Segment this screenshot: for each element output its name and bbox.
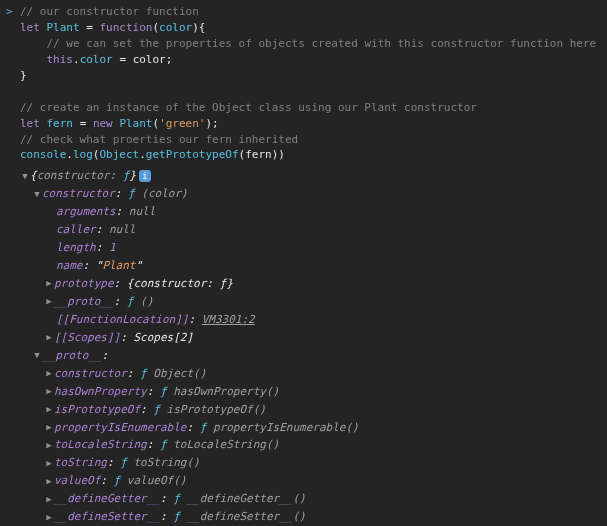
op-eq: = [119,53,126,66]
arg-fern: fern [245,148,272,161]
key-proto: __proto__ [54,295,114,308]
tree-funclocation[interactable]: [[FunctionLocation]]: VM3301:2 [20,311,607,329]
colon: : [160,492,167,505]
code-block: >// our constructor function let Plant =… [0,0,607,167]
tree-proto-item[interactable]: ▶toLocaleString: ƒ toLocaleString() [20,436,607,454]
val-null: null [109,223,136,236]
val-1: 1 [109,241,116,254]
colon: : [120,331,127,344]
chevron-right-icon[interactable]: ▶ [44,511,54,524]
tree-proto-item[interactable]: ▶hasOwnProperty: ƒ hasOwnProperty() [20,383,607,401]
proto-key: hasOwnProperty [54,385,147,398]
colon: : [186,421,193,434]
key-scopes: [[Scopes]] [54,331,120,344]
key-caller: caller [56,223,96,236]
brace-open: { [30,169,37,182]
summary-key: constructor [37,169,110,182]
var-fern: fern [47,117,74,130]
obj-object: Object [99,148,139,161]
val-plant: Plant [102,259,135,272]
tree-caller: caller: null [20,221,607,239]
f-icon: ƒ [153,403,160,416]
f-icon: ƒ [114,474,121,487]
tree-proto-item[interactable]: ▶constructor: ƒ Object() [20,365,607,383]
tree-proto-item[interactable]: ▶isPrototypeOf: ƒ isPrototypeOf() [20,401,607,419]
colon: : [116,205,123,218]
tree-proto-item[interactable]: ▶valueOf: ƒ valueOf() [20,472,607,490]
comment: // our constructor function [20,5,199,18]
key-proto: __proto__ [42,349,102,362]
console-prompt: > [6,4,13,20]
proto-sig: __defineSetter__() [186,510,305,523]
chevron-right-icon[interactable]: ▶ [44,331,54,344]
f-icon: ƒ [173,492,180,505]
proto-key: valueOf [54,474,100,487]
proto-key: __defineGetter__ [54,492,160,505]
op-eq: = [80,117,87,130]
val-scopes: Scopes[2] [133,331,193,344]
link-vm[interactable]: VM3301:2 [202,313,255,326]
val-prototype: {constructor: ƒ} [127,277,233,290]
ctor-plant: Plant [119,117,152,130]
colon: : [114,277,121,290]
val-null: null [129,205,156,218]
proto-key: toLocaleString [54,438,147,451]
info-icon[interactable]: i [139,170,151,182]
colon: : [96,223,103,236]
tree-proto-item[interactable]: ▶__defineSetter__: ƒ __defineSetter__() [20,508,607,526]
kw-let: let [20,21,40,34]
tree-proto-item[interactable]: ▶__defineGetter__: ƒ __defineGetter__() [20,490,607,508]
sig-empty: () [140,295,153,308]
sig-color: (color) [141,187,187,200]
f-icon: ƒ [160,438,167,451]
chevron-right-icon[interactable]: ▶ [44,367,54,380]
f-icon: ƒ [160,385,167,398]
proto-key: constructor [54,367,127,380]
chevron-right-icon[interactable]: ▶ [44,277,54,290]
key-arguments: arguments [56,205,116,218]
chevron-right-icon[interactable]: ▶ [44,493,54,506]
chevron-right-icon[interactable]: ▶ [44,385,54,398]
kw-let: let [20,117,40,130]
tree-root[interactable]: ▼{constructor: ƒ}i [20,167,607,185]
tree-constructor[interactable]: ▼constructor: ƒ (color) [20,185,607,203]
chevron-right-icon[interactable]: ▶ [44,475,54,488]
op-eq: = [86,21,93,34]
tree-proto-item[interactable]: ▶propertyIsEnumerable: ƒ propertyIsEnume… [20,419,607,437]
tree-proto-item[interactable]: ▶toString: ƒ toString() [20,454,607,472]
proto-sig: __defineGetter__() [186,492,305,505]
chevron-right-icon[interactable]: ▶ [44,439,54,452]
tree-inner-proto[interactable]: ▶__proto__: ƒ () [20,293,607,311]
key-length: length [56,241,96,254]
colon: : [147,438,154,451]
proto-sig: Object() [153,367,206,380]
brace-close: } [129,169,136,182]
kw-function: function [100,21,153,34]
kw-new: new [93,117,113,130]
f-icon: ƒ [173,510,180,523]
colon: : [107,456,114,469]
param-color: color [159,21,192,34]
chevron-down-icon[interactable]: ▼ [20,170,30,183]
key-funclocation: [[FunctionLocation]] [56,313,188,326]
chevron-right-icon[interactable]: ▶ [44,457,54,470]
chevron-right-icon[interactable]: ▶ [44,295,54,308]
comment: // we can set the properties of objects … [47,37,597,50]
quote: " [136,259,143,272]
colon: : [188,313,195,326]
tree-prototype[interactable]: ▶prototype: {constructor: ƒ} [20,275,607,293]
f-icon: ƒ [120,456,127,469]
colon: : [114,295,121,308]
colon: : [115,187,122,200]
chevron-down-icon[interactable]: ▼ [32,349,42,362]
f-icon: ƒ [140,367,147,380]
val-color: color [133,53,166,66]
tree-scopes[interactable]: ▶[[Scopes]]: Scopes[2] [20,329,607,347]
key-prototype: prototype [54,277,114,290]
chevron-right-icon[interactable]: ▶ [44,421,54,434]
chevron-down-icon[interactable]: ▼ [32,188,42,201]
colon: : [83,259,90,272]
chevron-right-icon[interactable]: ▶ [44,403,54,416]
tree-proto-root[interactable]: ▼__proto__: [20,347,607,365]
tree-arguments: arguments: null [20,203,607,221]
